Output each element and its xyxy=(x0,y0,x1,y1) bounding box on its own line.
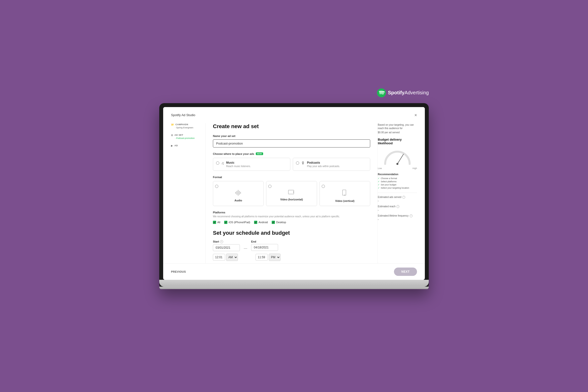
rec-item-1: ✓ Select platforms xyxy=(378,180,417,183)
format-audio[interactable]: Audio xyxy=(213,181,264,206)
spotify-logo: Spotify Advertising xyxy=(377,88,429,97)
stat-ads-label: Estimated ads served ? xyxy=(378,196,417,199)
sidebar-item-ad: ▶ AD xyxy=(171,144,200,147)
adset-label: AD SET xyxy=(174,134,183,136)
video-v-format-name: Video (vertical) xyxy=(335,200,354,202)
sidebar-item-campaign: 📁 CAMPAIGN · Spring Evergreen xyxy=(171,123,200,129)
platform-all[interactable]: All xyxy=(213,221,220,224)
spotify-brand-text: Spotify Advertising xyxy=(388,90,429,96)
platforms-desc: We recommend choosing all platforms to m… xyxy=(213,215,370,218)
svg-rect-1 xyxy=(238,190,238,196)
adset-name-input[interactable] xyxy=(213,140,370,148)
start-label: Start ? xyxy=(213,240,240,243)
platform-desktop-label: Desktop xyxy=(276,221,286,224)
platform-all-checkbox[interactable] xyxy=(213,221,216,224)
modal-footer: PREVIOUS NEXT xyxy=(163,264,425,280)
ad-icon: ▶ xyxy=(171,144,173,147)
gauge-labels: Low High xyxy=(378,167,417,170)
frequency-info-icon: ? xyxy=(410,214,412,217)
svg-line-10 xyxy=(398,154,404,164)
rec-text-2: Set your budget xyxy=(381,184,396,186)
placement-music-radio[interactable] xyxy=(216,162,219,165)
price-text: $0.00 per ad served xyxy=(378,131,417,134)
right-panel: Based on your targeting, you can reach t… xyxy=(378,123,417,264)
svg-rect-2 xyxy=(237,191,237,195)
sidebar: 📁 CAMPAIGN · Spring Evergreen ⊞ AD SET ·… xyxy=(171,123,205,264)
gauge-svg xyxy=(382,148,413,165)
music-desc: Reach music listeners. xyxy=(226,165,251,168)
end-ampm-select[interactable]: AM PM xyxy=(269,254,280,261)
format-video-vertical[interactable]: Video (vertical) xyxy=(320,181,370,206)
rec-item-2: ✓ Set your budget xyxy=(378,184,417,186)
podcasts-desc: Play your ads within podcasts. xyxy=(307,165,340,168)
format-label: Format xyxy=(213,176,370,178)
laptop-frame: Spotify Ad Studio × 📁 CAMPAIGN · Spring … xyxy=(159,103,429,289)
format-video-horizontal[interactable]: Video (horizontal) xyxy=(266,181,317,206)
recommendation-title: Recommendation xyxy=(378,173,417,176)
stat-frequency-value: - xyxy=(378,218,417,221)
platforms-title: Platforms xyxy=(213,211,370,214)
rec-check-1: ✓ xyxy=(378,180,380,183)
budget-likelihood-title: Budget delivery likelihood xyxy=(378,138,417,145)
adset-sublabel: · Podcast-promotion xyxy=(171,137,200,140)
next-button[interactable]: NEXT xyxy=(394,268,417,276)
placement-label-text: Choose where to place your ads xyxy=(213,152,254,155)
modal-header: Spotify Ad Studio × xyxy=(171,113,417,117)
placement-music[interactable]: ♫ Music Reach music listeners. xyxy=(213,158,290,171)
svg-rect-5 xyxy=(240,192,241,194)
spotify-name: Spotify xyxy=(388,90,404,96)
platform-all-label: All xyxy=(217,221,220,224)
format-options: Audio Video (horizontal xyxy=(213,181,370,206)
podcasts-info: Podcasts Play your ads within podcasts. xyxy=(307,161,340,168)
platforms-section: Platforms We recommend choosing all plat… xyxy=(213,211,370,224)
rec-item-3: ✓ Select your targeting location xyxy=(378,187,417,189)
platform-android[interactable]: Android xyxy=(254,221,268,224)
sidebar-item-adset: ⊞ AD SET · Podcast-promotion xyxy=(171,134,200,140)
previous-button[interactable]: PREVIOUS xyxy=(171,270,186,273)
stat-reach-label: Estimated reach ? xyxy=(378,205,417,208)
gauge-high-label: High xyxy=(412,167,417,170)
name-label: Name your ad set xyxy=(213,134,370,138)
svg-rect-4 xyxy=(236,192,236,194)
stat-frequency: Estimated lifetime frequency ? - xyxy=(378,214,417,221)
placement-podcasts[interactable]: 🎙 Podcasts Play your ads within podcasts… xyxy=(293,158,370,171)
rec-check-2: ✓ xyxy=(378,184,380,186)
platform-android-checkbox[interactable] xyxy=(254,221,257,224)
video-horizontal-icon xyxy=(288,190,295,196)
rec-check-3: ✓ xyxy=(378,187,380,189)
start-col: Start ? xyxy=(213,240,240,251)
format-video-v-radio[interactable] xyxy=(322,185,325,188)
start-ampm-select[interactable]: AM PM xyxy=(226,254,238,261)
laptop-base xyxy=(159,280,429,287)
gauge-container xyxy=(382,148,413,165)
format-video-h-radio[interactable] xyxy=(268,185,272,188)
modal-container: Spotify Ad Studio × 📁 CAMPAIGN · Spring … xyxy=(163,107,425,280)
close-button[interactable]: × xyxy=(414,113,417,117)
format-audio-radio[interactable] xyxy=(215,185,218,188)
campaign-icon: 📁 xyxy=(171,123,174,126)
rec-item-0: ✓ Choose a format xyxy=(378,177,417,180)
svg-rect-6 xyxy=(288,190,294,194)
new-badge: NEW xyxy=(256,152,263,155)
sidebar-adset-header: ⊞ AD SET xyxy=(171,134,200,136)
platform-ios[interactable]: iOS (iPhone/iPad) xyxy=(224,221,250,224)
reach-text: Based on your targeting, you can reach t… xyxy=(378,123,417,130)
start-date-input[interactable] xyxy=(213,244,240,251)
podcasts-name: Podcasts xyxy=(307,161,340,164)
rec-text-1: Select platforms xyxy=(381,180,397,183)
time-row: AM PM AM PM xyxy=(213,254,370,261)
end-date-input[interactable] xyxy=(251,244,278,251)
campaign-sublabel: · Spring Evergreen xyxy=(171,126,200,129)
svg-point-11 xyxy=(396,163,398,165)
platform-android-label: Android xyxy=(258,221,268,224)
recommendation-section: Recommendation ✓ Choose a format ✓ Selec… xyxy=(378,173,417,189)
start-time-input[interactable] xyxy=(213,254,225,261)
end-time-input[interactable] xyxy=(256,254,268,261)
video-h-format-name: Video (horizontal) xyxy=(280,198,303,201)
placement-podcasts-radio[interactable] xyxy=(296,162,299,165)
platform-ios-checkbox[interactable] xyxy=(224,221,227,224)
platform-desktop[interactable]: Desktop xyxy=(272,221,286,224)
schedule-row: Start ? — End xyxy=(213,240,370,251)
platform-desktop-checkbox[interactable] xyxy=(272,221,275,224)
ad-label: AD xyxy=(174,144,178,147)
